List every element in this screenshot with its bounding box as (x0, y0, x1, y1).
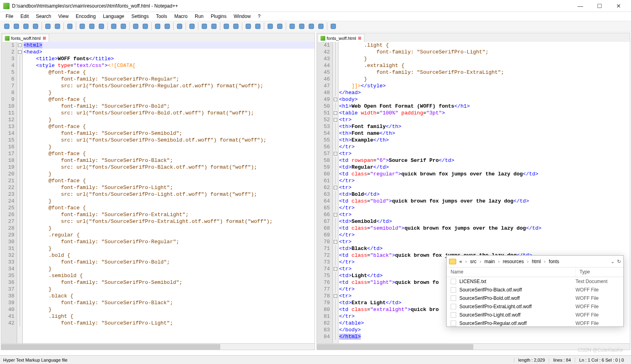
hide-icon[interactable] (244, 22, 253, 31)
tab-close-icon[interactable]: ⊠ (358, 36, 362, 40)
menu-file[interactable]: File (2, 13, 16, 20)
svg-rect-8 (89, 24, 94, 29)
menu-macro[interactable]: Macro (171, 13, 191, 20)
find-icon[interactable] (131, 22, 140, 31)
file-row[interactable]: SourceSerifPro-Black.otf.woffWOFF File (447, 285, 623, 294)
svg-rect-27 (299, 24, 304, 29)
breadcrumb-seg[interactable]: fonts (547, 259, 561, 264)
close-icon[interactable] (44, 22, 52, 31)
tab-label: fonts_woff.html (11, 36, 41, 41)
print-icon[interactable] (65, 22, 74, 31)
menu-edit[interactable]: Edit (17, 13, 32, 20)
tab-close-icon[interactable]: ⊠ (42, 36, 46, 40)
replace-icon[interactable] (141, 22, 150, 31)
menu-?[interactable]: ? (255, 13, 264, 20)
svg-rect-4 (45, 24, 50, 29)
sync-icon[interactable] (175, 22, 184, 31)
redo-icon[interactable] (119, 22, 128, 31)
wrap-icon[interactable] (188, 22, 196, 31)
zoom-in-icon[interactable] (153, 22, 162, 31)
breadcrumb-bar: «›src›main›resources›html›fonts ⌄ ↻ (447, 256, 623, 268)
code-area-left[interactable]: 1234567891011121314151617181920212223242… (1, 42, 315, 343)
fold-icon[interactable] (222, 22, 231, 31)
file-type: WOFF File (576, 287, 619, 293)
paste-icon[interactable] (97, 22, 106, 31)
chevron-right-icon: › (544, 259, 546, 264)
menu-window[interactable]: Window (230, 13, 254, 20)
svg-rect-23 (255, 24, 260, 29)
file-type: WOFF File (576, 295, 619, 301)
menu-view[interactable]: View (55, 13, 72, 20)
status-length: length : 2,029 (514, 358, 549, 362)
func-list-icon[interactable] (275, 22, 284, 31)
breadcrumb-seg[interactable]: « (458, 259, 464, 264)
copy-icon[interactable] (87, 22, 96, 31)
app-icon (3, 3, 10, 9)
file-row[interactable]: SourceSerifPro-Light.otf.woffWOFF File (447, 311, 623, 319)
svg-rect-22 (246, 24, 251, 29)
svg-rect-26 (290, 24, 295, 29)
file-tab[interactable]: fonts_woff.html ⊠ (2, 34, 49, 42)
watermark: CSDN @CuteXiaoKe (578, 347, 623, 353)
close-all-icon[interactable] (53, 22, 62, 31)
svg-rect-10 (111, 24, 116, 29)
menu-tools[interactable]: Tools (153, 13, 170, 20)
file-tab[interactable]: fonts_woff.html ⊠ (318, 34, 365, 42)
chevron-down-icon[interactable]: ⌄ (611, 259, 615, 264)
file-name: SourceSerifPro-ExtraLight.otf.woff (459, 304, 572, 309)
show-all-icon[interactable] (200, 22, 209, 31)
unfold-icon[interactable] (231, 22, 240, 31)
svg-rect-1 (14, 24, 19, 29)
file-icon (451, 321, 456, 326)
file-name: SourceSerifPro-Regular.otf.woff (459, 321, 572, 326)
open-icon[interactable] (12, 22, 21, 31)
svg-rect-5 (55, 24, 60, 29)
play-multi-icon[interactable] (316, 22, 325, 31)
menu-run[interactable]: Run (192, 13, 207, 20)
minimize-button[interactable]: — (571, 0, 589, 12)
save-icon[interactable] (22, 22, 30, 31)
menu-settings[interactable]: Settings (128, 13, 152, 20)
file-icon (5, 36, 10, 41)
breadcrumb-seg[interactable]: resources (501, 259, 526, 264)
hscrollbar-left[interactable] (1, 343, 315, 350)
new-icon[interactable] (2, 22, 11, 31)
svg-rect-29 (318, 24, 323, 29)
file-row[interactable]: SourceSerifPro-ExtraLight.otf.woffWOFF F… (447, 302, 623, 311)
comment-icon[interactable] (253, 22, 262, 31)
svg-rect-2 (24, 24, 28, 29)
menu-language[interactable]: Language (100, 13, 127, 20)
file-row[interactable]: SourceSerifPro-Regular.otf.woffWOFF File (447, 319, 623, 327)
indent-icon[interactable] (210, 22, 218, 31)
menubar: FileEditSearchViewEncodingLanguageSettin… (0, 12, 631, 21)
col-name[interactable]: Name (447, 268, 576, 277)
menu-search[interactable]: Search (33, 13, 54, 20)
breadcrumb-seg[interactable]: html (530, 259, 542, 264)
macro-save-icon[interactable] (329, 22, 338, 31)
col-type[interactable]: Type (576, 268, 623, 277)
close-button[interactable]: ✕ (609, 0, 628, 12)
refresh-icon[interactable]: ↻ (617, 259, 621, 264)
menu-plugins[interactable]: Plugins (208, 13, 229, 20)
play-icon[interactable] (307, 22, 316, 31)
cut-icon[interactable] (78, 22, 87, 31)
record-icon[interactable] (288, 22, 297, 31)
doc-map-icon[interactable] (266, 22, 275, 31)
chevron-right-icon: › (498, 259, 500, 264)
menu-encoding[interactable]: Encoding (73, 13, 99, 20)
file-row[interactable]: SourceSerifPro-Bold.otf.woffWOFF File (447, 294, 623, 302)
save-all-icon[interactable] (31, 22, 40, 31)
file-row[interactable]: LICENSE.txtText Document (447, 277, 623, 285)
svg-rect-12 (133, 24, 138, 29)
stop-icon[interactable] (297, 22, 306, 31)
svg-rect-21 (233, 24, 238, 29)
undo-icon[interactable] (109, 22, 118, 31)
titlebar: D:\sandbox\htmlsamples\src\main\resource… (0, 0, 631, 12)
chevron-right-icon: › (527, 259, 528, 264)
breadcrumb-seg[interactable]: main (483, 259, 496, 264)
file-icon (320, 36, 325, 41)
zoom-out-icon[interactable] (163, 22, 172, 31)
tab-label: fonts_woff.html (327, 36, 356, 41)
maximize-button[interactable]: ☐ (590, 0, 609, 12)
breadcrumb-seg[interactable]: src (469, 259, 478, 264)
